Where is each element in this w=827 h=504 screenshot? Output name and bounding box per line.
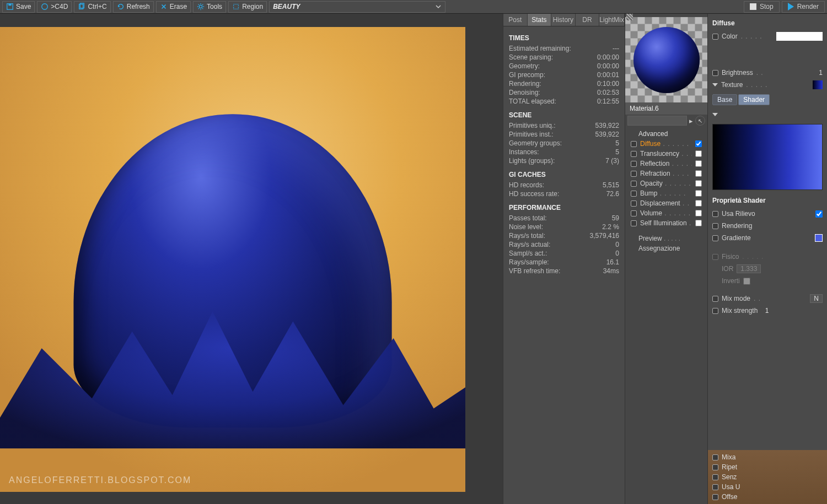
- radio-icon: [631, 200, 637, 207]
- gradient-swatch[interactable]: [815, 234, 823, 242]
- triangle-down-icon: [712, 83, 718, 86]
- svg-point-2: [42, 4, 48, 10]
- shader-props-header: Proprietà Shader: [712, 197, 823, 204]
- refresh-button[interactable]: Refresh: [113, 1, 154, 13]
- stat-row: Rays/s total:3,579,416: [509, 231, 619, 240]
- channel-checkbox[interactable]: [695, 210, 702, 216]
- channel-checkbox[interactable]: [695, 140, 702, 147]
- radio-icon: [631, 181, 637, 187]
- texture-row[interactable]: Texture. . . . .: [712, 80, 823, 90]
- color-swatch[interactable]: [776, 32, 823, 41]
- preview-label[interactable]: Preview . . . . .: [631, 234, 702, 243]
- tab-dr[interactable]: DR: [576, 14, 600, 26]
- stat-row: Rendering:0:10:00: [509, 79, 619, 88]
- render-button[interactable]: Render: [782, 1, 825, 13]
- tab-shader[interactable]: Shader: [738, 94, 770, 105]
- erase-button[interactable]: Erase: [156, 1, 191, 13]
- channel-bump[interactable]: Bump: [631, 188, 702, 198]
- radio-icon: [631, 171, 637, 177]
- to-c4d-button[interactable]: >C4D: [37, 1, 72, 13]
- color-row[interactable]: Color. . . . .: [712, 31, 823, 41]
- lower-prop-row[interactable]: Usa U: [712, 482, 823, 492]
- channel-self-illumination[interactable]: Self Illumination: [631, 218, 702, 228]
- mixmode-row[interactable]: Mix mode. .N: [712, 294, 823, 304]
- material-search-input[interactable]: [627, 116, 687, 126]
- stat-row: Rays/sample:16.1: [509, 258, 619, 267]
- ior-field[interactable]: 1.333: [737, 264, 761, 273]
- lower-prop-row[interactable]: Senz: [712, 472, 823, 482]
- gradiente-row[interactable]: Gradiente: [712, 233, 823, 243]
- usa-checkbox[interactable]: [815, 210, 823, 218]
- c4d-icon: [41, 3, 49, 10]
- stat-row: Denoising:0:02:53: [509, 88, 619, 97]
- ior-row[interactable]: IOR1.333: [712, 264, 823, 274]
- tab-history[interactable]: History: [551, 14, 576, 26]
- stat-row: Primitives inst.:539,922: [509, 130, 619, 139]
- gi-header: GI CACHES: [509, 171, 619, 178]
- lower-prop-row[interactable]: Mixa: [712, 452, 823, 462]
- save-icon: [6, 3, 14, 10]
- stat-row: Scene parsing:0:00:00: [509, 53, 619, 62]
- mixmode-field[interactable]: N: [810, 294, 823, 303]
- assign-label[interactable]: Assegnazione: [631, 243, 702, 253]
- channel-checkbox[interactable]: [695, 160, 702, 167]
- tab-stats[interactable]: Stats: [528, 14, 552, 26]
- lower-prop-row[interactable]: Offse: [712, 492, 823, 502]
- channel-checkbox[interactable]: [695, 150, 702, 157]
- texture-swatch[interactable]: [813, 80, 823, 89]
- radio-icon: [631, 161, 637, 167]
- channel-opacity[interactable]: Opacity: [631, 178, 702, 188]
- usa-rilievo-row[interactable]: Usa Rilievo: [712, 209, 823, 219]
- tab-lightmix[interactable]: LightMix: [599, 14, 625, 26]
- gradient-preview[interactable]: [712, 124, 823, 190]
- channel-checkbox[interactable]: [695, 190, 702, 197]
- channel-checkbox[interactable]: [695, 220, 702, 226]
- erase-icon: [160, 3, 168, 10]
- advanced-label[interactable]: Advanced: [631, 129, 702, 139]
- stat-row: Instances:5: [509, 148, 619, 156]
- fisico-row[interactable]: Fisico. . . . .: [712, 252, 823, 262]
- inverti-checkbox[interactable]: [743, 278, 750, 285]
- channel-reflection[interactable]: Reflection: [631, 159, 702, 169]
- material-sphere: [633, 27, 700, 93]
- picker-icon[interactable]: ↖: [695, 116, 705, 126]
- channel-refraction[interactable]: Refraction: [631, 169, 702, 178]
- times-header: TIMES: [509, 34, 619, 42]
- inverti-row[interactable]: Inverti: [712, 276, 823, 286]
- channel-checkbox[interactable]: [695, 180, 702, 187]
- channel-translucency[interactable]: Translucency: [631, 149, 702, 159]
- channel-displacement[interactable]: Displacement: [631, 198, 702, 208]
- tools-button[interactable]: Tools: [193, 1, 226, 13]
- chevron-down-icon: [435, 3, 442, 10]
- channel-volume[interactable]: Volume: [631, 208, 702, 218]
- brightness-row[interactable]: Brightness. .1: [712, 68, 823, 78]
- channel-diffuse[interactable]: Diffuse: [631, 139, 702, 149]
- render-image: ANGELOFERRETTI.BLOGSPOT.COM: [0, 27, 465, 492]
- pass-dropdown[interactable]: BEAUTY: [269, 1, 445, 13]
- rendering-row[interactable]: Rendering: [712, 221, 823, 231]
- copy-button[interactable]: Ctrl+C: [74, 1, 110, 13]
- stat-row: GI precomp:0:00:01: [509, 71, 619, 79]
- save-button[interactable]: Save: [2, 1, 35, 13]
- lower-prop-row[interactable]: Ripet: [712, 462, 823, 472]
- tab-base[interactable]: Base: [712, 94, 737, 105]
- region-button[interactable]: Region: [228, 1, 267, 13]
- properties-panel: Diffuse Color. . . . . Brightness. .1 Te…: [708, 14, 827, 504]
- material-preview[interactable]: [625, 17, 707, 102]
- stat-row: Passes total:59: [509, 214, 619, 223]
- channel-checkbox[interactable]: [695, 170, 702, 177]
- region-icon: [232, 3, 240, 10]
- tab-post[interactable]: Post: [503, 14, 528, 26]
- toolbar: Save >C4D Ctrl+C Refresh Erase Tools Reg…: [0, 0, 827, 14]
- stop-icon: [750, 3, 756, 10]
- channel-checkbox[interactable]: [695, 200, 702, 207]
- stat-row: VFB refresh time:34ms: [509, 267, 619, 275]
- material-name[interactable]: Material.6: [625, 102, 707, 115]
- scene-header: SCENE: [509, 111, 619, 119]
- stat-row: Primitives uniq.:539,922: [509, 121, 619, 130]
- mixstrength-row[interactable]: Mix strength1: [712, 306, 823, 316]
- vfb-panel: Post Stats History DR LightMix TIMESEsti…: [503, 14, 625, 504]
- stat-row: HD success rate:72.6: [509, 189, 619, 198]
- render-viewport[interactable]: ANGELOFERRETTI.BLOGSPOT.COM: [0, 14, 503, 504]
- stop-button[interactable]: Stop: [744, 1, 780, 13]
